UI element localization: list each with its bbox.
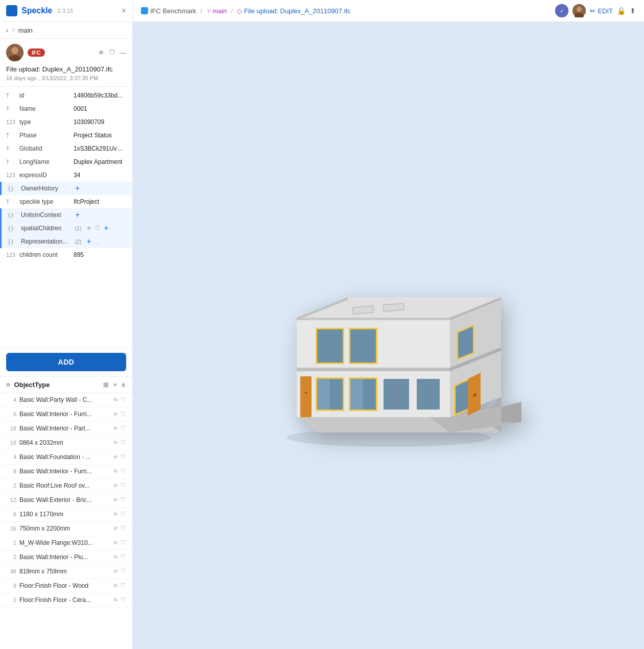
list-item[interactable]: 4Basic Wall:Party Wall - C...👁⛉ <box>0 393 132 407</box>
obj-filter-button[interactable]: ⛉ <box>121 483 126 489</box>
svg-rect-38 <box>349 410 377 411</box>
viewport-scene <box>133 22 644 649</box>
obj-visibility-button[interactable]: 👁 <box>113 583 118 589</box>
prop-eye-icon[interactable]: 👁 <box>86 225 92 231</box>
obj-filter-button[interactable]: ⛉ <box>121 440 126 446</box>
list-item[interactable]: 12Basic Wall:Exterior - Bric...👁⛉ <box>0 493 132 508</box>
obj-filter-button[interactable]: ⛉ <box>121 454 126 460</box>
obj-filter-button[interactable]: ⛉ <box>121 568 126 574</box>
share-button[interactable]: ⬆ <box>630 7 636 15</box>
grid-view-button[interactable]: ⊞ <box>103 381 109 389</box>
obj-filter-button[interactable]: ⛉ <box>121 511 126 517</box>
breadcrumb-file[interactable]: ◇ File upload: Duplex_A_20110907.ifc <box>237 7 351 15</box>
svg-rect-43 <box>316 328 344 329</box>
prop-value: IfcProject <box>74 198 126 205</box>
avatar <box>6 44 23 61</box>
breadcrumb-branch[interactable]: ⑂ main <box>206 7 227 15</box>
obj-filter-button[interactable]: ⛉ <box>121 468 126 474</box>
obj-visibility-button[interactable]: 👁 <box>113 397 118 403</box>
list-item[interactable]: 2M_W-Wide Flange:W310...👁⛉ <box>0 536 132 550</box>
obj-visibility-button[interactable]: 👁 <box>113 468 118 474</box>
filter-icon[interactable]: ≡ <box>6 381 10 389</box>
list-item[interactable]: 48819mm x 759mm👁⛉ <box>0 565 132 579</box>
list-item[interactable]: 2Basic Roof:Live Roof ov...👁⛉ <box>0 479 132 493</box>
obj-filter-button[interactable]: ⛉ <box>121 397 126 403</box>
filter-button[interactable]: ⛉ <box>109 49 115 57</box>
prop-name: id <box>19 92 70 99</box>
obj-filter-button[interactable]: ⛉ <box>121 554 126 560</box>
obj-visibility-button[interactable]: 👁 <box>113 540 118 546</box>
breadcrumb-project[interactable]: IFC Benchmark <box>141 7 196 15</box>
property-row[interactable]: {}Representation...(2)+... <box>0 235 132 248</box>
obj-row-icons: 👁⛉ <box>113 397 126 403</box>
obj-visibility-button[interactable]: 👁 <box>113 497 118 503</box>
obj-name: 819mm x 759mm <box>19 568 110 575</box>
obj-name: Basic Wall:Interior - Plu... <box>19 554 110 561</box>
list-item[interactable]: 6Basic Wall:Interior - Furri...👁⛉ <box>0 407 132 422</box>
filter-collapse-button[interactable]: ∧ <box>121 381 126 389</box>
obj-count: 18 <box>6 425 16 431</box>
obj-filter-button[interactable]: ⛉ <box>121 425 126 431</box>
lock-button[interactable]: 🔒 <box>617 7 626 15</box>
close-button[interactable]: × <box>122 6 126 15</box>
svg-rect-37 <box>349 377 377 379</box>
list-item[interactable]: 2Basic Wall:Interior - Plu...👁⛉ <box>0 550 132 565</box>
prop-expand-button[interactable]: + <box>75 184 80 193</box>
prop-expand-button[interactable]: + <box>104 224 108 232</box>
list-item[interactable]: 8Basic Wall:Interior - Furri...👁⛉ <box>0 465 132 479</box>
obj-name: Basic Wall:Party Wall - C... <box>19 396 110 403</box>
sidebar: Speckle 2.3.15 × ‹ ⑂ main IFC 👁 ⛉ <box>0 0 133 649</box>
obj-count: 8 <box>6 583 16 589</box>
list-item[interactable]: 16750mm x 2200mm👁⛉ <box>0 522 132 536</box>
prop-more-icon[interactable]: ... <box>94 238 99 245</box>
obj-visibility-button[interactable]: 👁 <box>113 554 118 560</box>
list-item[interactable]: 8Floor:Finish Floor - Wood👁⛉ <box>0 579 132 593</box>
obj-visibility-button[interactable]: 👁 <box>113 425 118 431</box>
filter-close-button[interactable]: × <box>113 381 117 389</box>
obj-row-icons: 👁⛉ <box>113 597 126 603</box>
obj-filter-button[interactable]: ⛉ <box>121 497 126 503</box>
obj-visibility-button[interactable]: 👁 <box>113 597 118 603</box>
obj-filter-button[interactable]: ⛉ <box>121 583 126 589</box>
obj-filter-button[interactable]: ⛉ <box>121 597 126 603</box>
svg-marker-68 <box>353 306 373 314</box>
prop-expand-button[interactable]: + <box>86 237 91 246</box>
prop-expand-button[interactable]: + <box>75 211 80 219</box>
obj-visibility-button[interactable]: 👁 <box>113 525 118 532</box>
prop-filter-icon[interactable]: ⛉ <box>95 225 101 231</box>
obj-count: 6 <box>6 411 16 417</box>
prop-name: children count <box>19 251 70 258</box>
obj-visibility-button[interactable]: 👁 <box>113 454 118 460</box>
obj-visibility-button[interactable]: 👁 <box>113 440 118 446</box>
branch-name: main <box>18 27 33 34</box>
list-item[interactable]: 180864 x 2032mm👁⛉ <box>0 436 132 450</box>
list-item[interactable]: 4Basic Wall:Foundation - ...👁⛉ <box>0 450 132 465</box>
property-row[interactable]: {}UnitsInContext+ <box>0 208 132 222</box>
prop-value: Project Status <box>74 132 126 139</box>
list-item[interactable]: 18Basic Wall:Interior - Part...👁⛉ <box>0 422 132 436</box>
svg-marker-65 <box>473 324 474 354</box>
visibility-toggle[interactable]: 👁 <box>98 49 105 57</box>
obj-visibility-button[interactable]: 👁 <box>113 483 118 489</box>
back-button[interactable]: ‹ <box>6 26 9 34</box>
add-button[interactable]: ADD <box>6 353 126 371</box>
property-row: TGlobalId1xS3BCk291UvhgP... <box>0 142 132 155</box>
minimize-button[interactable]: — <box>120 49 126 57</box>
prop-value: 1xS3BCk291UvhgP... <box>74 145 126 152</box>
obj-visibility-button[interactable]: 👁 <box>113 568 118 574</box>
property-row[interactable]: {}spatialChildren(1)👁⛉+ <box>0 222 132 235</box>
list-item[interactable]: 2Floor:Finish Floor - Cera...👁⛉ <box>0 593 132 608</box>
obj-filter-button[interactable]: ⛉ <box>121 540 126 546</box>
prop-name: OwnerHistory <box>21 185 72 192</box>
obj-filter-button[interactable]: ⛉ <box>121 525 126 532</box>
prop-count: (1) <box>75 226 81 231</box>
list-item[interactable]: 61180 x 1170mm👁⛉ <box>0 508 132 522</box>
property-row[interactable]: {}OwnerHistory+ <box>0 182 132 195</box>
sidebar-header: Speckle 2.3.15 × <box>0 0 132 22</box>
obj-visibility-button[interactable]: 👁 <box>113 511 118 517</box>
prop-name: speckle type <box>19 198 70 205</box>
svg-rect-53 <box>300 376 312 417</box>
obj-visibility-button[interactable]: 👁 <box>113 411 118 417</box>
obj-filter-button[interactable]: ⛉ <box>121 411 126 417</box>
edit-button[interactable]: ✏ EDIT <box>590 7 613 15</box>
